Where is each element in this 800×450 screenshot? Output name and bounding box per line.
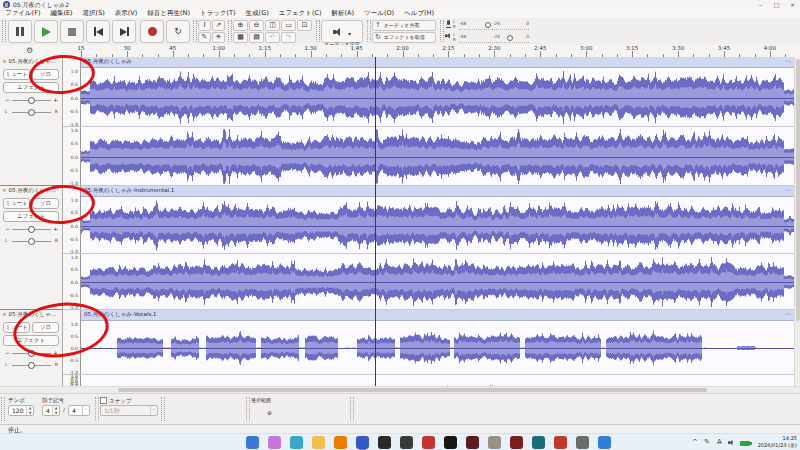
snap-interval-select[interactable]: 1/1秒˅ [100, 405, 158, 416]
close-track-icon[interactable]: × [2, 58, 7, 64]
silence-audio-button[interactable]: ▤ [249, 32, 264, 43]
maximize-button[interactable]: □ [769, 0, 784, 9]
toolbar-grip[interactable] [193, 20, 197, 42]
toolbar-grip[interactable] [228, 20, 232, 42]
taskbar-copilot-icon[interactable] [268, 436, 281, 449]
gain-thumb[interactable] [28, 226, 35, 233]
track-2-channel-right[interactable] [81, 254, 794, 310]
track-3-clip-header[interactable]: 05.月夜のくしゃみ-Vocals.1 ⋯ [81, 310, 794, 321]
skip-to-start-button[interactable] [86, 20, 110, 43]
track-2-mute-button[interactable]: ミュート [3, 198, 30, 209]
toolbar-grip[interactable] [95, 397, 99, 421]
system-tray[interactable]: ^ ✎ A [692, 435, 752, 450]
menu-select[interactable]: 選択(S) [78, 9, 110, 18]
undo-button[interactable]: ↶ [265, 32, 280, 43]
toolbar-grip[interactable] [2, 20, 6, 42]
time-signature-numerator-input[interactable]: 4▲▼ [42, 405, 60, 416]
audio-setup-button[interactable]: ▾ オーディオ設定 [321, 20, 363, 43]
vertical-scrollbar-thumb[interactable] [796, 59, 800, 321]
pause-button[interactable] [8, 20, 32, 43]
tempo-input[interactable]: 120▲▼ [8, 405, 34, 416]
taskbar-app-red-blue-icon[interactable] [422, 436, 435, 449]
toolbar-grip[interactable] [246, 397, 250, 421]
recording-meter[interactable]: LR -48 -24 0 [445, 19, 531, 31]
track-1-clip[interactable]: 05.月夜のくしゃみ ⋯ [81, 57, 794, 185]
toolbar-grip[interactable] [316, 20, 320, 42]
clip-menu-icon[interactable]: ⋯ [785, 57, 791, 64]
track-2-gain-slider[interactable]: − + [3, 223, 60, 234]
track-3-channel-right[interactable] [81, 375, 794, 386]
taskbar-app-red-icon[interactable] [554, 436, 567, 449]
chevron-down-icon[interactable]: ˅ [82, 406, 89, 415]
clip-menu-icon[interactable]: ⋯ [785, 186, 791, 193]
track-2-clip-header[interactable]: 05.月夜のくしゃみ-Instrumental.1 ⋯ [81, 186, 794, 197]
track-3-channel-left[interactable] [81, 321, 794, 375]
playback-volume-slider[interactable] [507, 35, 513, 41]
checkbox-icon[interactable] [100, 397, 107, 404]
snap-checkbox[interactable]: スナップ [100, 397, 132, 405]
record-button[interactable] [140, 20, 164, 43]
timeline-options-icon[interactable]: ⚙ [26, 46, 33, 56]
vertical-scrollbar[interactable] [794, 57, 800, 386]
zoom-toggle-button[interactable]: ⊡ [297, 20, 312, 31]
taskbar-app-maroon-icon[interactable] [466, 436, 479, 449]
taskbar-audacity-icon[interactable] [356, 436, 369, 449]
pan-thumb[interactable] [28, 109, 35, 116]
track-2-clip[interactable]: 05.月夜のくしゃみ-Instrumental.1 ⋯ [81, 186, 794, 309]
zoom-selection-button[interactable]: ◫ [265, 20, 280, 31]
redo-button[interactable]: ↷ [281, 32, 296, 43]
taskbar-gimp-icon[interactable] [488, 436, 501, 449]
toolbar-grip[interactable] [350, 397, 354, 421]
minimize-button[interactable]: – [753, 0, 768, 9]
horizontal-scrollbar[interactable] [0, 386, 800, 393]
taskbar-clock[interactable]: 14:25 2026/01/23 (金) [758, 435, 797, 449]
zoom-out-button[interactable]: ⊖ [249, 20, 264, 31]
track-3-clip[interactable]: 05.月夜のくしゃみ-Vocals.1 ⋯ [81, 310, 794, 386]
track-1-channel-right[interactable] [81, 127, 794, 186]
taskbar-app-teal-icon[interactable] [532, 436, 545, 449]
multi-tool-button[interactable]: ✳ [212, 32, 225, 43]
track-1-pan-slider[interactable]: L R [3, 106, 60, 117]
share-audio-button[interactable]: ↑ オーディオ共有 [372, 20, 436, 31]
menu-analyze[interactable]: 解析(A) [327, 9, 360, 18]
taskbar-app-black-icon[interactable] [444, 436, 457, 449]
toolbar-grip[interactable] [1, 397, 5, 421]
close-track-icon[interactable]: × [2, 311, 7, 317]
menu-tracks[interactable]: トラック(T) [195, 9, 241, 18]
tray-chevron-icon[interactable]: ^ [692, 438, 698, 447]
track-2-channel-left[interactable] [81, 197, 794, 254]
get-effects-button[interactable]: ↻ エフェクトを取得 [372, 32, 436, 43]
track-3-pan-slider[interactable]: L R [3, 359, 60, 370]
tray-pen-icon[interactable]: ✎ [704, 438, 710, 447]
tray-battery-icon[interactable] [740, 441, 750, 446]
gain-thumb[interactable] [28, 97, 35, 104]
pan-thumb[interactable] [28, 238, 35, 245]
track-1-mute-button[interactable]: ミュート [3, 69, 30, 80]
envelope-tool-button[interactable]: ↗ [212, 20, 225, 31]
menu-transport[interactable]: 録音と再生(N) [142, 9, 195, 18]
taskbar-explorer-icon[interactable] [312, 436, 325, 449]
close-track-icon[interactable]: × [2, 187, 7, 193]
zoom-project-button[interactable]: ▭ [281, 20, 296, 31]
taskbar-edge-icon[interactable] [290, 436, 303, 449]
track-2-pan-slider[interactable]: L R [3, 235, 60, 246]
clip-menu-icon[interactable]: ⋯ [785, 310, 791, 317]
time-signature-denominator-select[interactable]: 4˅ [68, 405, 90, 416]
loop-button[interactable]: ↻ [166, 20, 190, 43]
track-1-gain-slider[interactable]: − + [3, 94, 60, 105]
menu-file[interactable]: ファイル(F) [0, 9, 45, 18]
menu-help[interactable]: ヘルプ(H) [399, 9, 439, 18]
selection-tool-button[interactable]: I [198, 20, 211, 31]
menu-effect[interactable]: エフェクト(C) [274, 9, 327, 18]
menu-edit[interactable]: 編集(E) [45, 9, 77, 18]
stop-button[interactable] [60, 20, 84, 43]
taskbar-vlc-icon[interactable] [334, 436, 347, 449]
close-button[interactable]: × [785, 0, 800, 9]
tray-volume-icon[interactable] [728, 440, 735, 445]
menu-view[interactable]: 表示(V) [110, 9, 143, 18]
track-1-clip-header[interactable]: 05.月夜のくしゃみ ⋯ [81, 57, 794, 68]
skip-to-end-button[interactable] [112, 20, 136, 43]
taskbar-settings-icon[interactable] [576, 436, 589, 449]
toolbar-grip[interactable] [440, 20, 444, 42]
selection-mode-icon[interactable]: ⊕ [267, 409, 272, 416]
